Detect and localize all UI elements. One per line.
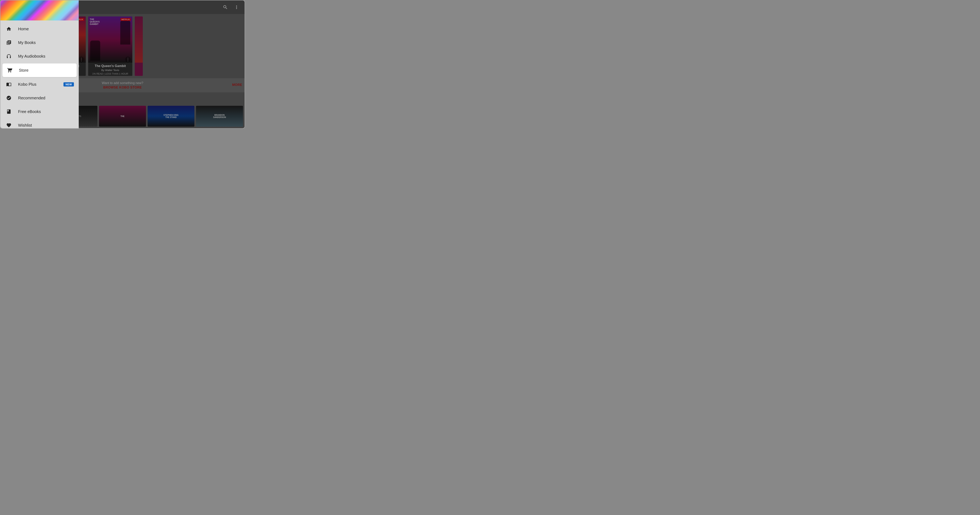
sidebar: Home My Books My Audiobooks (0, 0, 79, 128)
kobo-plus-badge: NEW (64, 82, 74, 87)
sidebar-kobo-plus-label: Kobo Plus (18, 82, 58, 87)
sidebar-item-home[interactable]: Home (0, 22, 79, 36)
sidebar-nav: Home My Books My Audiobooks (0, 21, 79, 128)
sidebar-free-ebooks-label: Free eBooks (18, 109, 74, 114)
check-circle-icon (5, 94, 13, 101)
book-open-icon (5, 81, 13, 88)
sidebar-item-kobo-plus[interactable]: Kobo Plus NEW (0, 78, 79, 91)
headphones-icon (5, 52, 13, 60)
sidebar-item-store[interactable]: Store (2, 63, 77, 77)
library-icon (5, 39, 13, 46)
home-icon (5, 25, 13, 33)
sidebar-wishlist-label: Wishlist (18, 123, 74, 128)
sidebar-audiobooks-label: My Audiobooks (18, 54, 74, 59)
sidebar-recommended-label: Recommended (18, 96, 74, 100)
sidebar-item-my-books[interactable]: My Books (0, 36, 79, 49)
sidebar-item-wishlist[interactable]: Wishlist (0, 119, 79, 128)
sidebar-item-my-audiobooks[interactable]: My Audiobooks (0, 49, 79, 63)
sidebar-header-bg (0, 0, 79, 21)
sidebar-my-books-label: My Books (18, 40, 74, 45)
sidebar-header (0, 0, 79, 21)
sidebar-home-label: Home (18, 27, 74, 31)
sidebar-item-recommended[interactable]: Recommended (0, 91, 79, 105)
cart-icon (6, 67, 13, 74)
heart-icon (5, 122, 13, 128)
sidebar-store-label: Store (19, 68, 73, 73)
sidebar-item-free-ebooks[interactable]: Free eBooks (0, 105, 79, 119)
books-icon (5, 108, 13, 115)
app-container: LAND BARACK OBAMA ⋮ Land Barack Obama 8m… (0, 0, 245, 128)
